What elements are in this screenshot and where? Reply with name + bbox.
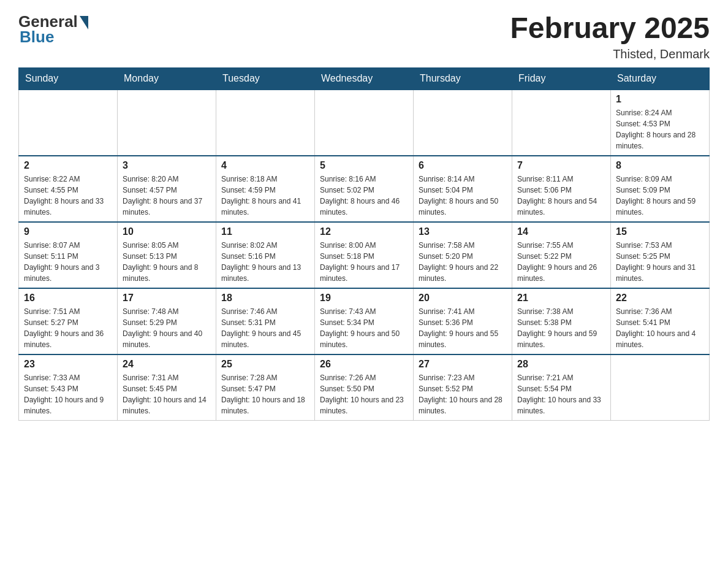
calendar-cell: 14Sunrise: 7:55 AMSunset: 5:22 PMDayligh… <box>512 222 611 288</box>
day-info: Sunrise: 7:21 AMSunset: 5:54 PMDaylight:… <box>517 372 605 416</box>
calendar-header-saturday: Saturday <box>611 67 710 90</box>
day-number: 15 <box>616 226 704 237</box>
day-number: 10 <box>123 226 211 237</box>
calendar-cell: 11Sunrise: 8:02 AMSunset: 5:16 PMDayligh… <box>216 222 315 288</box>
calendar-cell: 17Sunrise: 7:48 AMSunset: 5:29 PMDayligh… <box>118 288 216 354</box>
day-number: 3 <box>123 160 211 171</box>
day-info: Sunrise: 7:23 AMSunset: 5:52 PMDaylight:… <box>419 372 507 416</box>
calendar-cell: 2Sunrise: 8:22 AMSunset: 4:55 PMDaylight… <box>19 156 118 222</box>
day-info: Sunrise: 7:43 AMSunset: 5:34 PMDaylight:… <box>320 306 408 350</box>
calendar-cell <box>216 90 315 156</box>
calendar-cell: 7Sunrise: 8:11 AMSunset: 5:06 PMDaylight… <box>512 156 611 222</box>
page-header: General Blue February 2025 Thisted, Denm… <box>18 12 710 61</box>
day-number: 22 <box>616 293 704 304</box>
calendar-cell: 8Sunrise: 8:09 AMSunset: 5:09 PMDaylight… <box>611 156 710 222</box>
calendar-week-row: 2Sunrise: 8:22 AMSunset: 4:55 PMDaylight… <box>19 156 710 222</box>
day-info: Sunrise: 7:55 AMSunset: 5:22 PMDaylight:… <box>517 240 605 284</box>
day-info: Sunrise: 8:00 AMSunset: 5:18 PMDaylight:… <box>320 240 408 284</box>
day-number: 27 <box>419 359 507 370</box>
day-info: Sunrise: 8:20 AMSunset: 4:57 PMDaylight:… <box>123 174 211 218</box>
day-info: Sunrise: 7:38 AMSunset: 5:38 PMDaylight:… <box>517 306 605 350</box>
day-info: Sunrise: 7:46 AMSunset: 5:31 PMDaylight:… <box>221 306 309 350</box>
calendar-cell: 25Sunrise: 7:28 AMSunset: 5:47 PMDayligh… <box>216 354 315 421</box>
calendar-cell: 18Sunrise: 7:46 AMSunset: 5:31 PMDayligh… <box>216 288 315 354</box>
day-info: Sunrise: 8:09 AMSunset: 5:09 PMDaylight:… <box>616 174 704 218</box>
day-info: Sunrise: 7:31 AMSunset: 5:45 PMDaylight:… <box>123 372 211 416</box>
month-title: February 2025 <box>510 12 710 45</box>
day-number: 9 <box>24 226 112 237</box>
day-info: Sunrise: 7:53 AMSunset: 5:25 PMDaylight:… <box>616 240 704 284</box>
day-number: 28 <box>517 359 605 370</box>
day-info: Sunrise: 8:14 AMSunset: 5:04 PMDaylight:… <box>419 174 507 218</box>
calendar-week-row: 9Sunrise: 8:07 AMSunset: 5:11 PMDaylight… <box>19 222 710 288</box>
calendar-cell: 13Sunrise: 7:58 AMSunset: 5:20 PMDayligh… <box>414 222 512 288</box>
day-info: Sunrise: 7:51 AMSunset: 5:27 PMDaylight:… <box>24 306 112 350</box>
day-number: 1 <box>616 94 704 105</box>
day-number: 2 <box>24 160 112 171</box>
day-info: Sunrise: 7:58 AMSunset: 5:20 PMDaylight:… <box>419 240 507 284</box>
day-info: Sunrise: 7:48 AMSunset: 5:29 PMDaylight:… <box>123 306 211 350</box>
day-number: 14 <box>517 226 605 237</box>
calendar-cell: 28Sunrise: 7:21 AMSunset: 5:54 PMDayligh… <box>512 354 611 421</box>
day-number: 13 <box>419 226 507 237</box>
day-number: 18 <box>221 293 309 304</box>
calendar-cell: 6Sunrise: 8:14 AMSunset: 5:04 PMDaylight… <box>414 156 512 222</box>
calendar-cell: 23Sunrise: 7:33 AMSunset: 5:43 PMDayligh… <box>19 354 118 421</box>
day-number: 16 <box>24 293 112 304</box>
calendar-header-row: SundayMondayTuesdayWednesdayThursdayFrid… <box>19 67 710 90</box>
day-number: 19 <box>320 293 408 304</box>
calendar-header-friday: Friday <box>512 67 611 90</box>
calendar-cell: 15Sunrise: 7:53 AMSunset: 5:25 PMDayligh… <box>611 222 710 288</box>
day-number: 21 <box>517 293 605 304</box>
day-number: 6 <box>419 160 507 171</box>
calendar-table: SundayMondayTuesdayWednesdayThursdayFrid… <box>18 67 710 421</box>
title-section: February 2025 Thisted, Denmark <box>510 12 710 61</box>
calendar-cell: 4Sunrise: 8:18 AMSunset: 4:59 PMDaylight… <box>216 156 315 222</box>
calendar-cell: 10Sunrise: 8:05 AMSunset: 5:13 PMDayligh… <box>118 222 216 288</box>
day-info: Sunrise: 8:18 AMSunset: 4:59 PMDaylight:… <box>221 174 309 218</box>
day-info: Sunrise: 8:07 AMSunset: 5:11 PMDaylight:… <box>24 240 112 284</box>
calendar-cell <box>315 90 414 156</box>
day-info: Sunrise: 8:02 AMSunset: 5:16 PMDaylight:… <box>221 240 309 284</box>
calendar-cell: 16Sunrise: 7:51 AMSunset: 5:27 PMDayligh… <box>19 288 118 354</box>
calendar-header-wednesday: Wednesday <box>315 67 414 90</box>
calendar-cell <box>118 90 216 156</box>
calendar-cell: 22Sunrise: 7:36 AMSunset: 5:41 PMDayligh… <box>611 288 710 354</box>
calendar-cell: 5Sunrise: 8:16 AMSunset: 5:02 PMDaylight… <box>315 156 414 222</box>
calendar-cell <box>611 354 710 421</box>
calendar-header-sunday: Sunday <box>19 67 118 90</box>
day-number: 23 <box>24 359 112 370</box>
calendar-cell: 24Sunrise: 7:31 AMSunset: 5:45 PMDayligh… <box>118 354 216 421</box>
calendar-cell: 1Sunrise: 8:24 AMSunset: 4:53 PMDaylight… <box>611 90 710 156</box>
calendar-cell <box>19 90 118 156</box>
calendar-cell: 3Sunrise: 8:20 AMSunset: 4:57 PMDaylight… <box>118 156 216 222</box>
location-label: Thisted, Denmark <box>510 47 710 61</box>
day-number: 5 <box>320 160 408 171</box>
day-info: Sunrise: 7:36 AMSunset: 5:41 PMDaylight:… <box>616 306 704 350</box>
calendar-header-monday: Monday <box>118 67 216 90</box>
calendar-cell: 27Sunrise: 7:23 AMSunset: 5:52 PMDayligh… <box>414 354 512 421</box>
calendar-cell: 20Sunrise: 7:41 AMSunset: 5:36 PMDayligh… <box>414 288 512 354</box>
calendar-cell: 26Sunrise: 7:26 AMSunset: 5:50 PMDayligh… <box>315 354 414 421</box>
day-info: Sunrise: 7:33 AMSunset: 5:43 PMDaylight:… <box>24 372 112 416</box>
calendar-week-row: 1Sunrise: 8:24 AMSunset: 4:53 PMDaylight… <box>19 90 710 156</box>
calendar-cell: 21Sunrise: 7:38 AMSunset: 5:38 PMDayligh… <box>512 288 611 354</box>
day-number: 12 <box>320 226 408 237</box>
day-number: 8 <box>616 160 704 171</box>
calendar-week-row: 23Sunrise: 7:33 AMSunset: 5:43 PMDayligh… <box>19 354 710 421</box>
day-info: Sunrise: 7:28 AMSunset: 5:47 PMDaylight:… <box>221 372 309 416</box>
day-number: 24 <box>123 359 211 370</box>
calendar-header-thursday: Thursday <box>414 67 512 90</box>
calendar-cell <box>512 90 611 156</box>
logo: General Blue <box>18 12 88 47</box>
day-info: Sunrise: 7:41 AMSunset: 5:36 PMDaylight:… <box>419 306 507 350</box>
day-number: 7 <box>517 160 605 171</box>
day-number: 25 <box>221 359 309 370</box>
calendar-header-tuesday: Tuesday <box>216 67 315 90</box>
calendar-week-row: 16Sunrise: 7:51 AMSunset: 5:27 PMDayligh… <box>19 288 710 354</box>
calendar-cell: 19Sunrise: 7:43 AMSunset: 5:34 PMDayligh… <box>315 288 414 354</box>
day-info: Sunrise: 8:22 AMSunset: 4:55 PMDaylight:… <box>24 174 112 218</box>
calendar-cell <box>414 90 512 156</box>
day-info: Sunrise: 8:05 AMSunset: 5:13 PMDaylight:… <box>123 240 211 284</box>
day-number: 26 <box>320 359 408 370</box>
